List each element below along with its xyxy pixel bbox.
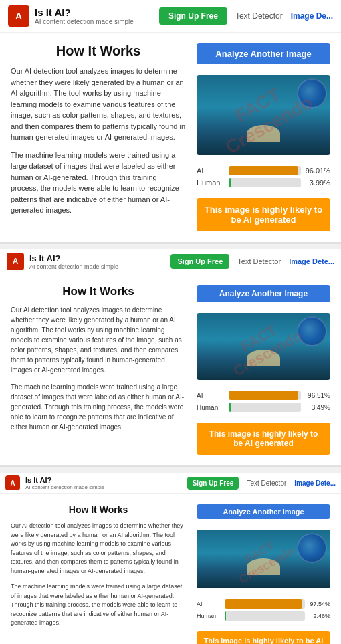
text-detector-link-3[interactable]: Text Detector	[247, 479, 286, 487]
panel-2: A Is It AI? AI content detection made si…	[0, 249, 341, 467]
image-detector-link-2[interactable]: Image Dete...	[289, 257, 334, 265]
header-actions-1: Sign Up Free Text Detector Image De...	[159, 7, 333, 25]
ai-track-1	[229, 166, 301, 175]
human-bar-row-2: Human 3.49%	[197, 403, 330, 412]
section-title-1: How It Works	[11, 43, 186, 59]
ai-bar-row-3: AI 97.54%	[197, 599, 330, 609]
logo-text-2: Is It AI? AI content detection made simp…	[29, 253, 118, 270]
logo-text-3: Is It AI? AI content detection made simp…	[25, 476, 104, 490]
image-container-1: FACTCrescendo	[197, 75, 330, 155]
logo-text-1: Is It AI? AI content detection made simp…	[35, 7, 134, 25]
text-detector-link-2[interactable]: Text Detector	[237, 257, 281, 265]
ai-track-3	[225, 599, 305, 609]
signup-button-3[interactable]: Sign Up Free	[187, 477, 239, 490]
human-track-3	[225, 611, 305, 621]
description-3b: The machine learning models were trained…	[11, 582, 186, 628]
logo-letter-1: A	[15, 11, 22, 21]
ai-label-2: AI	[197, 392, 225, 399]
analyze-button-2[interactable]: Analyze Another Image	[197, 285, 330, 302]
bars-2: AI 96.51% Human 3.49%	[197, 391, 330, 415]
header-2: A Is It AI? AI content detection made si…	[0, 249, 341, 274]
ai-value-3: 97.54%	[309, 601, 330, 607]
bars-3: AI 97.54% Human 2.46%	[197, 599, 330, 623]
logo-title-3: Is It AI?	[25, 476, 104, 484]
logo-subtitle-3: AI content detection made simple	[25, 484, 104, 490]
logo-title-1: Is It AI?	[35, 7, 134, 18]
human-label-1: Human	[197, 179, 225, 187]
human-track-2	[229, 403, 301, 412]
right-col-3: Analyze Another image FACTCrescendo AI 9…	[197, 504, 330, 644]
logo-title-2: Is It AI?	[29, 253, 118, 263]
logo-icon-3: A	[5, 475, 20, 490]
content-1: How It Works Our AI detection tool analy…	[0, 33, 341, 242]
description-1b: The machine learning models were trained…	[11, 150, 186, 216]
panel-1: A Is It AI? AI content detection made si…	[0, 0, 341, 244]
bars-1: AI 96.01% Human 3.99%	[197, 166, 330, 190]
human-track-1	[229, 178, 301, 187]
image-detector-link-3[interactable]: Image Dete...	[294, 479, 336, 487]
left-col-1: How It Works Our AI detection tool analy…	[11, 43, 186, 231]
ai-fill-1	[229, 166, 298, 175]
human-label-3: Human	[197, 613, 221, 619]
left-col-2: How It Works Our AI detection tool analy…	[11, 285, 186, 455]
image-detector-link-1[interactable]: Image De...	[291, 11, 333, 21]
logo-icon-1: A	[8, 5, 29, 27]
human-value-2: 3.49%	[305, 404, 330, 411]
header-actions-2: Sign Up Free Text Detector Image Dete...	[170, 254, 334, 269]
result-banner-3: This image is highly likely to be AI gen…	[197, 631, 330, 644]
ai-fill-3	[225, 599, 302, 609]
result-banner-2: This image is highly likely to be AI gen…	[197, 423, 330, 455]
signup-button-2[interactable]: Sign Up Free	[170, 254, 229, 269]
text-detector-link-1[interactable]: Text Detector	[235, 11, 283, 21]
logo-container-1: A Is It AI? AI content detection made si…	[8, 5, 159, 27]
human-fill-2	[229, 403, 231, 412]
logo-container-2: A Is It AI? AI content detection made si…	[7, 253, 170, 270]
human-bar-row-3: Human 2.46%	[197, 611, 330, 621]
signup-button-1[interactable]: Sign Up Free	[159, 7, 227, 25]
ai-bar-row-2: AI 96.51%	[197, 391, 330, 400]
analyze-button-3[interactable]: Analyze Another image	[197, 504, 330, 519]
ai-label-3: AI	[197, 601, 221, 607]
logo-container-3: A Is It AI? AI content detection made si…	[5, 475, 187, 490]
description-2b: The machine learning models were trained…	[11, 382, 186, 432]
description-3a: Our AI detection tool analyzes images to…	[11, 522, 186, 576]
ai-value-1: 96.01%	[305, 167, 330, 175]
description-1a: Our AI detection tool analyzes images to…	[11, 66, 186, 143]
human-value-1: 3.99%	[305, 179, 330, 187]
header-3: A Is It AI? AI content detection made si…	[0, 473, 341, 494]
ai-value-2: 96.51%	[305, 392, 330, 399]
logo-letter-2: A	[13, 257, 19, 266]
human-label-2: Human	[197, 404, 225, 411]
left-col-3: How It Works Our AI detection tool analy…	[11, 504, 186, 644]
globe-overlay-2	[297, 316, 327, 346]
content-2: How It Works Our AI detection tool analy…	[0, 274, 341, 465]
description-2a: Our AI detection tool analyzes images to…	[11, 305, 186, 375]
header-1: A Is It AI? AI content detection made si…	[0, 0, 341, 33]
image-container-3: FACTCrescendo	[197, 530, 330, 588]
ai-fill-2	[229, 391, 298, 400]
header-actions-3: Sign Up Free Text Detector Image Dete...	[187, 477, 336, 490]
ai-bar-row-1: AI 96.01%	[197, 166, 330, 175]
ai-label-1: AI	[197, 167, 225, 175]
human-fill-1	[229, 178, 231, 187]
section-title-2: How It Works	[11, 285, 186, 298]
human-value-3: 2.46%	[309, 613, 330, 619]
logo-subtitle-1: AI content detection made simple	[35, 18, 134, 25]
globe-overlay-3	[297, 533, 327, 563]
logo-icon-2: A	[7, 253, 24, 270]
content-3: How It Works Our AI detection tool analy…	[0, 494, 341, 644]
right-col-2: Analyze Another Image FACTCrescendo AI 9…	[197, 285, 330, 455]
result-banner-1: This image is highly likely to be AI gen…	[197, 198, 330, 231]
analyze-button-1[interactable]: Analyze Another Image	[197, 43, 330, 64]
ai-track-2	[229, 391, 301, 400]
section-title-3: How It Works	[11, 504, 186, 515]
human-bar-row-1: Human 3.99%	[197, 178, 330, 187]
right-col-1: Analyze Another Image FACTCrescendo AI 9…	[197, 43, 330, 231]
globe-overlay-1	[297, 78, 327, 108]
human-fill-3	[225, 611, 226, 621]
logo-letter-3: A	[10, 479, 15, 487]
panel-3: A Is It AI? AI content detection made si…	[0, 473, 341, 644]
image-container-2: FACTCrescendo	[197, 313, 330, 380]
logo-subtitle-2: AI content detection made simple	[29, 263, 118, 270]
